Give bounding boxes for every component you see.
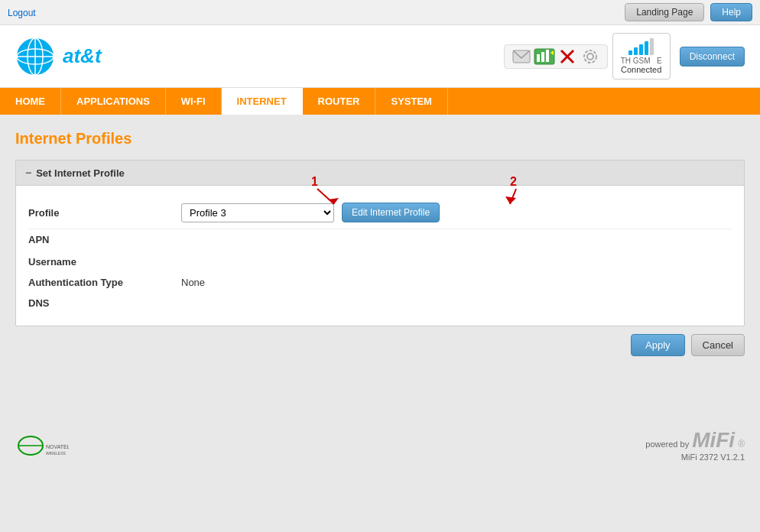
cancel-button[interactable]: Cancel: [691, 334, 745, 356]
signal-bar-3: [639, 44, 643, 55]
status-icons: [504, 44, 608, 69]
landing-page-button[interactable]: Landing Page: [625, 3, 704, 21]
page-title: Internet Profiles: [15, 130, 745, 148]
profile-controls: Profile 1 Profile 2 Profile 3 Profile 4 …: [181, 203, 440, 222]
disconnect-button[interactable]: Disconnect: [680, 47, 745, 66]
nav-item-wifi[interactable]: WI-FI: [166, 88, 222, 115]
profile-select[interactable]: Profile 1 Profile 2 Profile 3 Profile 4: [181, 203, 334, 222]
panel-header: − Set Internet Profile: [16, 161, 744, 186]
nav-item-applications[interactable]: APPLICATIONS: [61, 88, 166, 115]
svg-rect-7: [537, 54, 540, 62]
username-row: Username: [28, 251, 732, 272]
top-bar-right: Landing Page Help: [625, 3, 752, 21]
novatel-logo-icon: NOVATEL WIRELESS: [15, 432, 69, 459]
gear-icon: [580, 48, 601, 65]
top-bar-left: Logout: [8, 7, 36, 18]
x-icon: [557, 48, 578, 65]
profile-label: Profile: [28, 207, 181, 219]
signal-info: TH GSM E: [621, 57, 662, 65]
content: Internet Profiles − Set Internet Profile…: [0, 115, 760, 420]
logout-link[interactable]: Logout: [8, 8, 36, 18]
mifi-version: MiFi 2372 V1.2.1: [645, 453, 745, 462]
main-nav: HOME APPLICATIONS WI-FI INTERNET ROUTER …: [0, 88, 760, 115]
signal-bar-5: [650, 38, 654, 55]
internet-profiles-panel: − Set Internet Profile 1 2: [15, 160, 745, 326]
top-bar: Logout Landing Page Help: [0, 0, 760, 25]
svg-point-13: [587, 54, 593, 60]
username-label: Username: [28, 256, 181, 268]
auth-type-value: None: [181, 277, 205, 288]
panel-collapse-icon[interactable]: −: [25, 167, 31, 179]
header-right: TH GSM E Connected Disconnect: [504, 33, 745, 79]
powered-by-text: powered by: [645, 440, 689, 449]
signal-bars: [628, 38, 654, 55]
mifi-brand: MiFi: [692, 428, 735, 453]
panel-body: 1 2 Profile Profil: [16, 186, 744, 326]
footer-right: powered by MiFi ® MiFi 2372 V1.2.1: [645, 428, 745, 462]
logo: at&t: [15, 37, 102, 76]
auth-type-row: Authentication Type None: [28, 272, 732, 293]
nav-item-system[interactable]: SYSTEM: [375, 88, 447, 115]
footer: NOVATEL WIRELESS powered by MiFi ® MiFi …: [0, 420, 760, 469]
apn-label: APN: [28, 234, 181, 245]
signal-bar-1: [628, 50, 632, 55]
email-icon: [511, 48, 532, 65]
signal-area: TH GSM E Connected: [612, 33, 671, 79]
logo-text: at&t: [63, 44, 102, 68]
nav-item-home[interactable]: HOME: [0, 88, 61, 115]
signal-bar-2: [634, 47, 638, 55]
profile-row: Profile Profile 1 Profile 2 Profile 3 Pr…: [28, 198, 732, 227]
nav-item-internet[interactable]: INTERNET: [222, 88, 303, 115]
apply-button[interactable]: Apply: [631, 334, 685, 356]
header: at&t: [0, 25, 760, 88]
panel-title: Set Internet Profile: [36, 167, 125, 179]
help-button[interactable]: Help: [710, 3, 752, 21]
svg-point-14: [584, 50, 596, 63]
profile-section: 1 2 Profile Profil: [28, 198, 732, 227]
network-icon: [534, 48, 555, 65]
att-globe-icon: [15, 37, 55, 76]
svg-text:WIRELESS: WIRELESS: [46, 451, 67, 456]
connected-text: Connected: [621, 65, 661, 74]
svg-rect-9: [546, 50, 549, 62]
dns-row: DNS: [28, 293, 732, 313]
dns-label: DNS: [28, 297, 181, 309]
auth-type-label: Authentication Type: [28, 277, 181, 288]
action-bar: Apply Cancel: [15, 326, 745, 364]
edit-internet-profile-button[interactable]: Edit Internet Profile: [342, 203, 440, 222]
footer-logo: NOVATEL WIRELESS: [15, 432, 69, 459]
nav-item-router[interactable]: ROUTER: [303, 88, 376, 115]
apn-row: APN: [28, 229, 732, 250]
svg-text:NOVATEL: NOVATEL: [46, 444, 69, 449]
signal-bar-4: [645, 41, 648, 55]
svg-rect-8: [541, 52, 544, 62]
